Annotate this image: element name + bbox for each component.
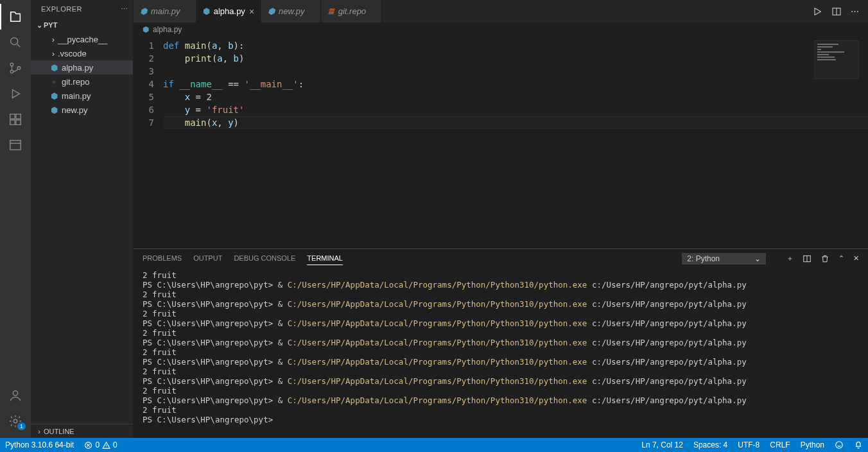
panel-tab[interactable]: OUTPUT xyxy=(193,252,222,265)
git-file-icon: ≣ xyxy=(327,6,334,16)
new-terminal-icon[interactable]: ＋ xyxy=(786,254,794,263)
code-line[interactable]: if __name__ == '__main__': xyxy=(163,78,868,91)
status-feedback-icon[interactable] xyxy=(829,438,849,452)
file-tree-item[interactable]: ›__pycache__ xyxy=(31,32,133,46)
terminal-line: 2 fruit xyxy=(143,270,859,280)
editor-tab[interactable]: ≣git.repo× xyxy=(321,0,383,22)
activity-bar: 1 xyxy=(0,0,31,438)
code-line[interactable]: def main(a, b): xyxy=(163,39,868,52)
terminal-panel: PROBLEMSOUTPUTDEBUG CONSOLETERMINAL 2: P… xyxy=(134,248,868,438)
terminal-line: PS C:\Users\HP\angrepo\pyt> & C:/Users/H… xyxy=(143,396,859,405)
svg-point-2 xyxy=(10,70,13,73)
status-lncol[interactable]: Ln 7, Col 12 xyxy=(636,438,688,452)
editor-tabbar: ⬢main.py×⬢alpha.py×⬢new.py×≣git.repo× ⋯ xyxy=(134,0,868,22)
terminal-line: PS C:\Users\HP\angrepo\pyt> & C:/Users/H… xyxy=(143,357,859,367)
search-icon[interactable] xyxy=(0,30,31,55)
code-line[interactable] xyxy=(163,65,868,78)
file-label: new.py xyxy=(62,105,87,115)
terminal-line: 2 fruit xyxy=(143,328,859,338)
status-spaces[interactable]: Spaces: 4 xyxy=(688,438,733,452)
terminal-line: 2 fruit xyxy=(143,309,859,318)
file-tree-item[interactable]: ◦git.repo xyxy=(31,74,133,89)
python-file-icon: ⬢ xyxy=(143,25,149,34)
terminal-line: PS C:\Users\HP\angrepo\pyt> & C:/Users/H… xyxy=(143,376,859,386)
panel-tab[interactable]: TERMINAL xyxy=(307,252,343,265)
run-icon[interactable] xyxy=(812,6,822,17)
editor-region: ⬢main.py×⬢alpha.py×⬢new.py×≣git.repo× ⋯ … xyxy=(134,0,868,438)
extensions-icon[interactable] xyxy=(0,107,31,132)
file-tree-item[interactable]: ⬢main.py xyxy=(31,89,133,103)
code-line[interactable]: x = 2 xyxy=(163,91,868,103)
panel-tab[interactable]: DEBUG CONSOLE xyxy=(234,252,295,265)
close-icon[interactable]: × xyxy=(249,6,254,17)
folder-header[interactable]: ⌄ PYT xyxy=(31,18,133,32)
svg-point-9 xyxy=(13,391,17,396)
minimap[interactable] xyxy=(814,40,859,79)
explorer-icon[interactable] xyxy=(0,4,31,30)
status-interpreter[interactable]: Python 3.10.6 64-bit xyxy=(0,438,79,452)
chevron-right-icon: › xyxy=(35,428,44,435)
python-file-icon: ⬢ xyxy=(268,6,275,16)
tab-label: alpha.py xyxy=(214,6,245,16)
more-actions-icon[interactable]: ⋯ xyxy=(851,6,859,16)
svg-point-1 xyxy=(10,63,13,66)
status-language[interactable]: Python xyxy=(795,438,829,452)
line-gutter: 1234567 xyxy=(134,37,163,248)
status-encoding[interactable]: UTF-8 xyxy=(733,438,765,452)
file-label: .vscode xyxy=(58,49,87,58)
file-label: git.repo xyxy=(62,77,89,87)
terminal-line: PS C:\Users\HP\angrepo\pyt> xyxy=(143,415,859,424)
terminal-line: PS C:\Users\HP\angrepo\pyt> & C:/Users/H… xyxy=(143,338,859,347)
accounts-icon[interactable] xyxy=(0,383,31,408)
breadcrumb[interactable]: ⬢ alpha.py xyxy=(134,22,868,37)
run-debug-icon[interactable] xyxy=(0,81,31,107)
terminal-line: 2 fruit xyxy=(143,405,859,415)
git-file-icon: ◦ xyxy=(49,76,59,87)
terminal-line: 2 fruit xyxy=(143,386,859,396)
chevron-right-icon: › xyxy=(49,49,58,58)
code-line[interactable]: y = 'fruit' xyxy=(163,103,868,116)
explorer-title: EXPLORER xyxy=(41,5,82,13)
python-file-icon: ⬢ xyxy=(49,105,59,115)
kill-terminal-icon[interactable] xyxy=(820,254,829,263)
layout-icon[interactable] xyxy=(0,132,31,158)
settings-badge: 1 xyxy=(17,422,26,430)
svg-point-10 xyxy=(13,419,17,423)
terminal-output[interactable]: 2 fruitPS C:\Users\HP\angrepo\pyt> & C:/… xyxy=(134,268,868,438)
settings-icon[interactable]: 1 xyxy=(0,408,31,434)
terminal-line: PS C:\Users\HP\angrepo\pyt> & C:/Users/H… xyxy=(143,299,859,309)
editor-tab[interactable]: ⬢alpha.py× xyxy=(196,0,261,22)
code-line[interactable]: print(a, b) xyxy=(163,52,868,65)
maximize-panel-icon[interactable]: ⌃ xyxy=(838,254,844,263)
split-editor-icon[interactable] xyxy=(831,6,842,17)
file-label: main.py xyxy=(62,91,91,101)
panel-tab[interactable]: PROBLEMS xyxy=(143,252,182,265)
file-tree-item[interactable]: ›.vscode xyxy=(31,46,133,60)
chevron-right-icon: › xyxy=(49,35,58,44)
editor-tab[interactable]: ⬢main.py× xyxy=(134,0,196,22)
more-icon[interactable]: ⋯ xyxy=(121,5,128,13)
editor-tab[interactable]: ⬢new.py× xyxy=(261,0,321,22)
source-control-icon[interactable] xyxy=(0,55,31,81)
close-panel-icon[interactable]: ✕ xyxy=(853,254,859,263)
python-file-icon: ⬢ xyxy=(203,6,210,16)
file-tree-item[interactable]: ⬢alpha.py xyxy=(31,60,133,74)
code-area[interactable]: def main(a, b): print(a, b) if __name__ … xyxy=(163,37,868,248)
status-problems[interactable]: 0 0 xyxy=(79,438,122,452)
status-notifications-icon[interactable] xyxy=(849,438,868,452)
terminal-line: PS C:\Users\HP\angrepo\pyt> & C:/Users/H… xyxy=(143,318,859,328)
chevron-down-icon: ⌄ xyxy=(754,254,761,263)
python-file-icon: ⬢ xyxy=(49,91,59,101)
editor[interactable]: 1234567 def main(a, b): print(a, b) if _… xyxy=(134,37,868,248)
svg-rect-4 xyxy=(10,114,15,119)
terminal-line: 2 fruit xyxy=(143,347,859,357)
outline-header[interactable]: › OUTLINE xyxy=(31,424,133,438)
file-label: alpha.py xyxy=(62,63,93,73)
split-terminal-icon[interactable] xyxy=(803,254,812,263)
svg-point-14 xyxy=(836,442,843,449)
explorer-sidebar: EXPLORER ⋯ ⌄ PYT ›__pycache__›.vscode⬢al… xyxy=(31,0,134,438)
status-eol[interactable]: CRLF xyxy=(765,438,795,452)
file-tree-item[interactable]: ⬢new.py xyxy=(31,103,133,117)
terminal-selector[interactable]: 2: Python ⌄ xyxy=(682,253,766,265)
svg-rect-6 xyxy=(10,120,15,125)
